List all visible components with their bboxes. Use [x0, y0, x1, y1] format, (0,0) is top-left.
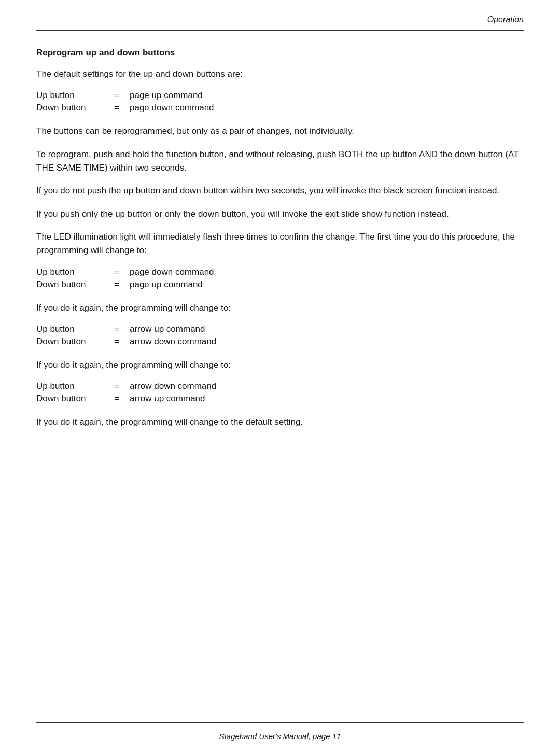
table-row: Up button = page up command [36, 90, 214, 103]
button-label: Up button [36, 324, 104, 337]
page-footer: Stagehand User's Manual, page 11 [36, 722, 524, 752]
button-label: Down button [36, 103, 104, 115]
button-label: Down button [36, 394, 104, 406]
paragraph-3: To reprogram, push and hold the function… [36, 148, 524, 175]
top-header: Operation [36, 0, 524, 31]
table-row: Down button = page down command [36, 103, 214, 115]
paragraph-9: If you do it again, the programming will… [36, 415, 524, 429]
paragraph-7: If you do it again, the programming will… [36, 301, 524, 315]
section-title: Reprogram up and down buttons [36, 48, 524, 58]
paragraph-5: If you push only the up button or only t… [36, 207, 524, 221]
command-label: arrow up command [130, 394, 216, 406]
footer-label: Stagehand User's Manual, page 11 [219, 732, 341, 741]
equals-sign: = [104, 90, 130, 103]
command-label: arrow down command [130, 337, 216, 349]
button-label: Down button [36, 337, 104, 349]
command-label: page up command [130, 90, 214, 103]
paragraph-2: The buttons can be reprogrammed, but onl… [36, 124, 524, 138]
command-label: page down command [130, 103, 214, 115]
button-label: Up button [36, 90, 104, 103]
button-label: Up button [36, 267, 104, 280]
table-default: Up button = page up command Down button … [36, 90, 214, 115]
command-label: page up command [130, 280, 214, 292]
table-row: Down button = arrow up command [36, 394, 216, 406]
equals-sign: = [104, 394, 130, 406]
paragraph-6: The LED illumination light will immediat… [36, 230, 524, 258]
table-row: Down button = page up command [36, 280, 214, 292]
command-label: arrow up command [130, 324, 216, 337]
button-label: Up button [36, 381, 104, 394]
table-row: Down button = arrow down command [36, 337, 216, 349]
table-third: Up button = arrow down command Down butt… [36, 381, 216, 406]
equals-sign: = [104, 280, 130, 292]
paragraph-8: If you do it again, the programming will… [36, 358, 524, 372]
equals-sign: = [104, 267, 130, 280]
equals-sign: = [104, 324, 130, 337]
table-first: Up button = page down command Down butto… [36, 267, 214, 292]
paragraph-4: If you do not push the up button and dow… [36, 184, 524, 198]
button-label: Down button [36, 280, 104, 292]
header-label: Operation [487, 15, 524, 24]
content-area: Reprogram up and down buttons The defaul… [36, 48, 524, 722]
equals-sign: = [104, 103, 130, 115]
table-second: Up button = arrow up command Down button… [36, 324, 216, 349]
equals-sign: = [104, 381, 130, 394]
command-label: page down command [130, 267, 214, 280]
page-container: Operation Reprogram up and down buttons … [0, 0, 560, 752]
table-row: Up button = page down command [36, 267, 214, 280]
table-row: Up button = arrow down command [36, 381, 216, 394]
paragraph-1: The default settings for the up and down… [36, 67, 524, 81]
equals-sign: = [104, 337, 130, 349]
table-row: Up button = arrow up command [36, 324, 216, 337]
command-label: arrow down command [130, 381, 216, 394]
